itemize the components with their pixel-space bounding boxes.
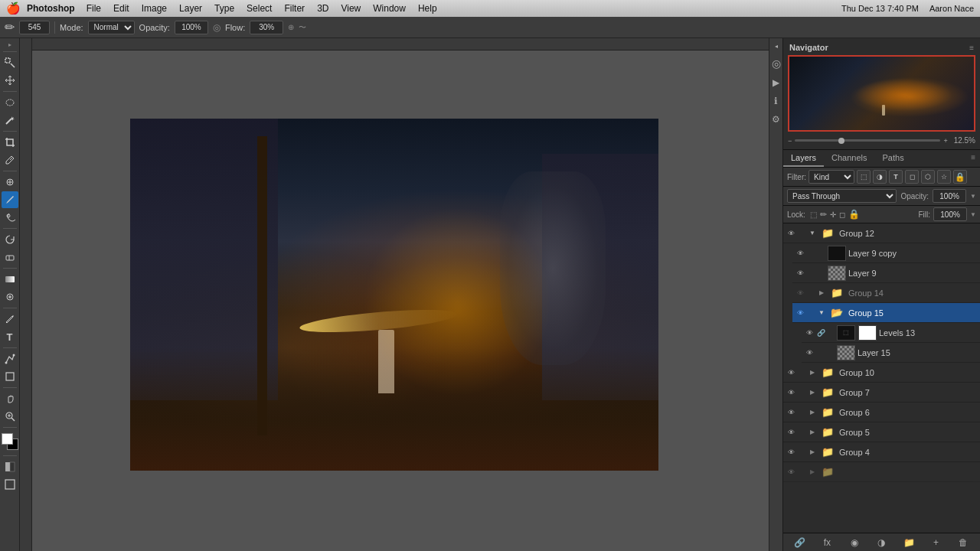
layer-expand-arrow[interactable]: ▼ [818, 309, 825, 317]
layer-visibility-toggle[interactable]: 👁 [786, 447, 796, 458]
menu-type[interactable]: Type [209, 2, 240, 15]
layer-expand-arrow[interactable]: ▶ [808, 429, 816, 436]
text-tool[interactable]: T [2, 328, 18, 345]
filter-pixel-btn[interactable]: ⬚ [857, 170, 871, 184]
layer-expand-arrow[interactable]: ▶ [808, 468, 816, 476]
filter-smart-btn[interactable]: ⬡ [921, 170, 935, 184]
layer-visibility-toggle[interactable]: 👁 [804, 347, 815, 358]
layer-visibility-toggle[interactable]: 👁 [786, 387, 796, 398]
menu-help[interactable]: Help [413, 2, 443, 15]
layer-visibility-toggle[interactable]: 👁 [786, 367, 796, 378]
menu-view[interactable]: View [335, 2, 366, 15]
healing-brush-tool[interactable] [2, 174, 18, 191]
zoom-in-icon[interactable]: + [943, 137, 947, 145]
layer-expand-arrow[interactable]: ▼ [808, 230, 816, 237]
hand-tool[interactable] [2, 390, 18, 407]
layer-row[interactable]: 👁 ▼ 📁 Group 12 [783, 223, 980, 243]
play-icon[interactable]: ▶ [773, 77, 779, 88]
fill-field[interactable] [933, 207, 967, 221]
layer-row[interactable]: 👁 ▼ 📂 Group 15 [792, 303, 980, 323]
layer-visibility-toggle[interactable]: 👁 [795, 248, 805, 259]
menu-layer[interactable]: Layer [174, 2, 207, 15]
foreground-color-swatch[interactable] [2, 433, 13, 445]
filter-extra-btn[interactable]: ☆ [937, 170, 951, 184]
new-adjustment-layer-button[interactable]: ◑ [874, 536, 889, 549]
layer-row[interactable]: 👁 ▶ 📁 Group 10 [783, 363, 980, 383]
screen-mode[interactable] [2, 476, 18, 493]
layer-visibility-toggle[interactable]: 👁 [795, 288, 805, 298]
quick-mask-mode[interactable] [2, 458, 18, 475]
crop-tool[interactable] [2, 134, 18, 151]
options-icon[interactable]: ⚙ [772, 114, 780, 125]
layer-expand-arrow[interactable]: ▶ [808, 389, 816, 396]
filter-shape-btn[interactable]: ◻ [905, 170, 919, 184]
layer-visibility-toggle[interactable]: 👁 [786, 407, 796, 418]
lock-image-pixels[interactable]: ✏ [820, 210, 827, 220]
layer-visibility-toggle[interactable]: 👁 [795, 308, 805, 318]
pen-tool[interactable] [2, 311, 18, 328]
menu-edit[interactable]: Edit [108, 2, 135, 15]
filter-adjustment-btn[interactable]: ◑ [873, 170, 887, 184]
add-fx-button[interactable]: fx [819, 536, 835, 549]
layer-row[interactable]: 👁 Layer 9 copy [792, 243, 980, 263]
lock-all[interactable]: 🔒 [848, 209, 860, 220]
menu-file[interactable]: File [81, 2, 106, 15]
new-layer-button[interactable]: + [929, 536, 944, 549]
new-group-button[interactable]: 📁 [901, 536, 916, 549]
add-link-button[interactable]: 🔗 [792, 536, 808, 549]
layer-visibility-toggle[interactable]: 👁 [786, 467, 796, 478]
lock-artboard[interactable]: ◻ [839, 210, 845, 219]
layer-expand-arrow[interactable]: ▶ [818, 289, 825, 297]
opacity-field[interactable] [933, 189, 966, 203]
layer-blend-mode-select[interactable]: Pass Through [787, 189, 897, 203]
layer-visibility-toggle[interactable]: 👁 [786, 228, 796, 239]
flow-input[interactable] [250, 21, 283, 34]
menu-image[interactable]: Image [136, 2, 172, 15]
layer-row[interactable]: 👁 ▶ 📁 Group 7 [783, 383, 980, 403]
layer-row[interactable]: 👁 Layer 15 [802, 343, 980, 363]
layers-panel-menu[interactable]: ≡ [966, 150, 980, 167]
blur-tool[interactable] [2, 289, 18, 305]
collapse-panel-btn[interactable]: ◂ [775, 43, 778, 50]
lock-position[interactable]: ✛ [830, 210, 836, 219]
delete-layer-button[interactable]: 🗑 [956, 536, 971, 549]
eyedropper-tool[interactable] [2, 152, 18, 168]
tab-paths[interactable]: Paths [875, 150, 912, 167]
zoom-slider[interactable] [795, 139, 940, 142]
zoom-tool[interactable] [2, 408, 18, 425]
clone-stamp-tool[interactable] [2, 209, 18, 226]
layer-expand-arrow[interactable]: ▶ [808, 448, 816, 456]
zoom-out-icon[interactable]: − [788, 137, 792, 145]
gradient-tool[interactable] [2, 271, 18, 288]
menu-window[interactable]: Window [368, 2, 411, 15]
menu-3d[interactable]: 3D [312, 2, 334, 15]
layer-row[interactable]: 👁 ▶ 📁 Group 6 [783, 403, 980, 422]
magic-wand-tool[interactable] [2, 112, 18, 129]
info-icon[interactable]: ℹ [774, 96, 778, 106]
layer-expand-arrow[interactable]: ▶ [808, 409, 816, 416]
brush-tool[interactable] [2, 191, 18, 208]
layer-row[interactable]: 👁 ▶ 📁 Group 5 [783, 422, 980, 442]
menu-filter[interactable]: Filter [279, 2, 310, 15]
shape-tool[interactable] [2, 368, 18, 385]
layer-row[interactable]: 👁 ▶ 📁 Group 14 [792, 283, 980, 303]
layer-row[interactable]: 👁 🔗 ⬚ Levels 13 [802, 323, 980, 343]
tab-layers[interactable]: Layers [783, 150, 824, 167]
brush-size-input[interactable] [19, 21, 50, 34]
filter-lock-btn[interactable]: 🔒 [953, 170, 967, 184]
history-brush-tool[interactable] [2, 231, 18, 248]
apple-menu[interactable]: 🍎 [6, 2, 21, 15]
selection-tool[interactable] [2, 54, 18, 71]
layer-expand-arrow[interactable]: ▶ [808, 369, 816, 377]
layer-row[interactable]: 👁 Layer 9 [792, 263, 980, 283]
canvas-image[interactable] [130, 119, 658, 471]
layer-row[interactable]: 👁 ▶ 📁 Group 4 [783, 442, 980, 462]
opacity-input[interactable] [175, 21, 208, 34]
layer-visibility-toggle[interactable]: 👁 [795, 268, 805, 279]
path-selection-tool[interactable] [2, 350, 18, 367]
menu-select[interactable]: Select [241, 2, 277, 15]
navigator-icon[interactable]: ◎ [772, 57, 781, 70]
layer-visibility-toggle[interactable]: 👁 [786, 427, 796, 438]
move-tool[interactable] [2, 72, 18, 89]
eraser-tool[interactable] [2, 249, 18, 266]
